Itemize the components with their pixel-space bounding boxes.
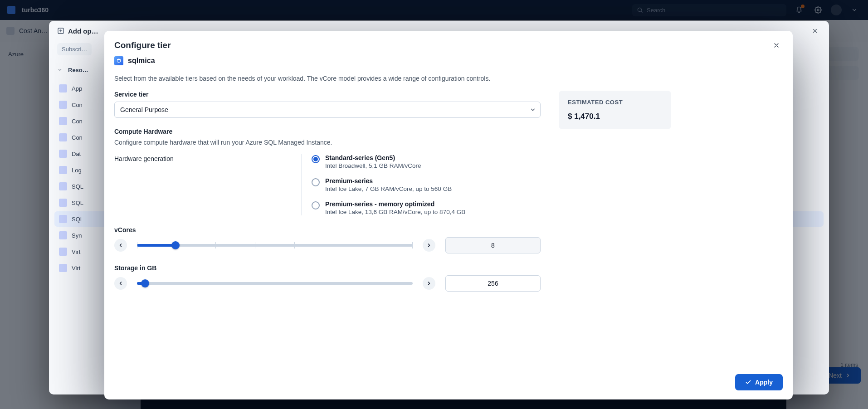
radio-icon: [312, 201, 320, 209]
vcores-decrease[interactable]: [114, 239, 127, 252]
slider-thumb[interactable]: [141, 279, 149, 287]
close-button[interactable]: [770, 39, 783, 52]
service-tier-label: Service tier: [114, 91, 541, 98]
storage-slider[interactable]: [137, 278, 413, 289]
storage-increase[interactable]: [423, 277, 435, 290]
hw-option-desc: Intel Ice Lake, 7 GB RAM/vCore, up to 56…: [325, 185, 452, 192]
hw-option-premium[interactable]: Premium-series Intel Ice Lake, 7 GB RAM/…: [312, 177, 541, 192]
storage-label: Storage in GB: [114, 264, 541, 272]
storage-decrease[interactable]: [114, 277, 127, 290]
hw-option-title: Premium-series - memory optimized: [325, 200, 465, 208]
chevron-left-icon: [118, 243, 123, 248]
vcores-label: vCores: [114, 226, 541, 234]
storage-value-box[interactable]: [445, 275, 541, 292]
service-tier-dropdown[interactable]: General Purpose: [114, 102, 541, 118]
hardware-generation-label: Hardware generation: [114, 154, 287, 215]
apply-button-label: Apply: [755, 379, 773, 386]
compute-hardware-title: Compute Hardware: [114, 128, 541, 135]
close-icon: [773, 42, 780, 49]
hw-option-desc: Intel Ice Lake, 13,6 GB RAM/vCore, up to…: [325, 209, 465, 215]
hw-option-standard[interactable]: Standard-series (Gen5) Intel Broadwell, …: [312, 154, 541, 169]
resource-name: sqlmica: [128, 57, 155, 65]
dialog-description: Select from the available tiers based on…: [114, 73, 783, 83]
estimated-cost-value: $ 1,470.1: [568, 112, 662, 121]
radio-icon: [312, 155, 320, 163]
compute-hardware-desc: Configure compute hardware that will run…: [114, 139, 541, 146]
chevron-right-icon: [426, 281, 432, 286]
hw-option-title: Premium-series: [325, 177, 452, 185]
hw-option-desc: Intel Broadwell, 5,1 GB RAM/vCore: [325, 162, 421, 169]
svg-point-3: [117, 59, 121, 60]
dialog-title: Configure tier: [114, 40, 171, 50]
chevron-left-icon: [118, 281, 123, 286]
estimated-cost-title: ESTIMATED COST: [568, 99, 662, 106]
hw-option-premium-memopt[interactable]: Premium-series - memory optimized Intel …: [312, 200, 541, 215]
vcores-slider[interactable]: [137, 240, 413, 251]
apply-button[interactable]: Apply: [735, 374, 783, 390]
radio-icon: [312, 178, 320, 186]
slider-thumb[interactable]: [171, 241, 180, 249]
estimated-cost-card: ESTIMATED COST $ 1,470.1: [559, 91, 671, 129]
check-icon: [745, 379, 751, 385]
vcores-value: [446, 238, 540, 253]
storage-input[interactable]: [446, 276, 540, 291]
chevron-right-icon: [426, 243, 432, 248]
vcores-increase[interactable]: [423, 239, 435, 252]
sql-managed-instance-icon: [114, 56, 123, 65]
hw-option-title: Standard-series (Gen5): [325, 154, 421, 161]
service-tier-select[interactable]: General Purpose: [114, 102, 541, 118]
configure-tier-dialog: Configure tier sqlmica Select from the a…: [104, 31, 793, 399]
hardware-generation-options: Standard-series (Gen5) Intel Broadwell, …: [301, 154, 541, 215]
vcores-value-box: [445, 237, 541, 253]
